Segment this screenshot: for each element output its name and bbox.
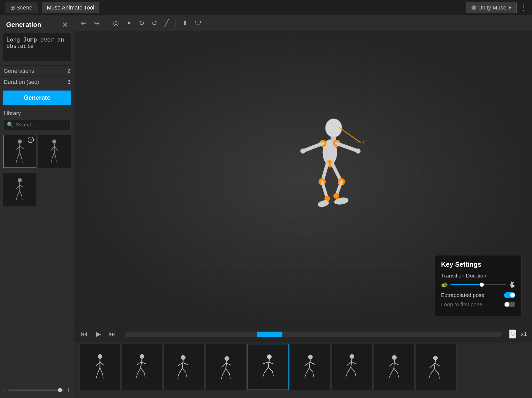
svg-line-124 bbox=[430, 363, 435, 368]
menu-icon[interactable]: ⋮ bbox=[520, 3, 527, 12]
svg-line-83 bbox=[226, 361, 227, 369]
transition-slider-row[interactable]: 🐢 🐇 bbox=[441, 281, 515, 288]
close-button[interactable]: ✕ bbox=[62, 21, 68, 29]
keyframe-2[interactable] bbox=[121, 344, 162, 390]
svg-line-78 bbox=[179, 368, 182, 374]
transition-slider[interactable] bbox=[451, 284, 506, 285]
muse-animate-tab[interactable]: Muse Animate Tool bbox=[42, 2, 99, 13]
svg-point-66 bbox=[140, 354, 144, 359]
svg-line-72 bbox=[136, 373, 138, 378]
loop-button[interactable]: ↻ bbox=[509, 330, 516, 339]
thumbnail-item-1[interactable]: ○ bbox=[3, 135, 36, 168]
svg-point-0 bbox=[18, 140, 22, 144]
svg-point-42 bbox=[300, 148, 305, 154]
panel-title: Generation bbox=[6, 21, 41, 29]
svg-line-87 bbox=[226, 369, 229, 373]
keyframe-4[interactable] bbox=[206, 344, 247, 390]
svg-line-104 bbox=[305, 373, 306, 378]
chevron-down-icon: ▾ bbox=[508, 4, 511, 11]
keyframe-5[interactable] bbox=[248, 344, 289, 390]
zoom-plus-icon[interactable]: + bbox=[67, 386, 70, 394]
loop-toggle-thumb bbox=[505, 302, 509, 307]
target-icon-button[interactable]: ◎ bbox=[111, 18, 120, 29]
svg-line-126 bbox=[430, 369, 434, 374]
loop-to-first-toggle[interactable] bbox=[504, 302, 515, 307]
svg-line-115 bbox=[394, 360, 394, 368]
svg-point-122 bbox=[433, 356, 438, 360]
svg-line-119 bbox=[394, 368, 397, 373]
svg-line-117 bbox=[394, 363, 399, 365]
toolbar-separator-2 bbox=[175, 19, 176, 27]
kf-figure-3 bbox=[175, 353, 193, 381]
character-area: + bbox=[282, 114, 370, 244]
play-button[interactable]: ▶ bbox=[94, 329, 103, 340]
keyframe-6[interactable] bbox=[290, 344, 331, 390]
search-icon: 🔍 bbox=[7, 122, 14, 128]
svg-line-5 bbox=[20, 153, 22, 158]
scene-tab[interactable]: ⊞ Scene bbox=[5, 2, 38, 13]
svg-line-110 bbox=[347, 367, 351, 373]
svg-line-88 bbox=[221, 374, 223, 379]
rotate-button[interactable]: ↻ bbox=[137, 18, 146, 29]
svg-point-106 bbox=[350, 354, 354, 359]
search-input[interactable] bbox=[16, 122, 67, 128]
svg-line-23 bbox=[22, 196, 22, 200]
viewport[interactable]: + bbox=[74, 31, 532, 326]
svg-line-77 bbox=[183, 363, 188, 365]
keyframe-9[interactable] bbox=[416, 344, 457, 390]
svg-line-92 bbox=[263, 362, 269, 364]
svg-line-18 bbox=[16, 185, 20, 189]
generate-button[interactable]: Generate bbox=[3, 91, 71, 105]
zoom-minus-icon[interactable]: - bbox=[4, 387, 5, 393]
unity-muse-label: Unity Muse bbox=[478, 4, 506, 11]
thumbnail-item-2[interactable] bbox=[38, 135, 71, 168]
prompt-textarea[interactable]: Long Jump over an obstacle bbox=[3, 33, 71, 61]
svg-line-15 bbox=[56, 158, 56, 162]
redo-button[interactable]: ↪ bbox=[92, 18, 101, 29]
skip-back-button[interactable]: ⏮ bbox=[79, 329, 89, 340]
svg-line-128 bbox=[429, 374, 430, 379]
search-box[interactable]: 🔍 bbox=[4, 119, 70, 130]
svg-line-125 bbox=[435, 363, 440, 366]
extrapolated-pose-toggle[interactable] bbox=[504, 292, 515, 298]
svg-line-96 bbox=[263, 373, 264, 377]
export-button[interactable]: ⬆ bbox=[181, 18, 189, 29]
keyframe-1[interactable] bbox=[79, 344, 120, 390]
undo-button[interactable]: ↩ bbox=[79, 18, 88, 29]
svg-line-107 bbox=[351, 359, 352, 367]
svg-line-7 bbox=[22, 158, 22, 163]
muse-animate-tab-label: Muse Animate Tool bbox=[47, 4, 94, 11]
svg-line-94 bbox=[264, 367, 268, 373]
svg-line-105 bbox=[313, 372, 314, 377]
slash-button[interactable]: ╱ bbox=[163, 18, 170, 29]
keyframe-8[interactable] bbox=[374, 344, 415, 390]
left-panel: Generation ✕ Long Jump over an obstacle … bbox=[0, 15, 74, 398]
unity-muse-button[interactable]: Unity Muse ▾ bbox=[466, 2, 517, 13]
skip-forward-button[interactable]: ⏭ bbox=[108, 329, 117, 340]
svg-line-60 bbox=[96, 362, 100, 366]
title-bar-right: Unity Muse ▾ ⋮ bbox=[466, 2, 527, 13]
thumbnail-item-3[interactable] bbox=[3, 173, 36, 206]
svg-line-24 bbox=[124, 231, 303, 295]
zoom-slider-thumb bbox=[58, 388, 62, 392]
timeline-scrubber[interactable] bbox=[125, 332, 502, 337]
svg-point-16 bbox=[18, 178, 22, 182]
keyframe-7[interactable] bbox=[332, 344, 373, 390]
svg-point-58 bbox=[98, 354, 102, 359]
svg-line-62 bbox=[97, 368, 100, 374]
timeline-area: ⏮ ▶ ⏭ ↻ x1 bbox=[74, 326, 532, 398]
svg-text:+: + bbox=[361, 138, 365, 145]
shield-button[interactable]: 🛡 bbox=[193, 18, 203, 29]
flip-button[interactable]: ↺ bbox=[150, 18, 159, 29]
zoom-slider[interactable] bbox=[8, 390, 64, 391]
kf-figure-8 bbox=[385, 353, 403, 381]
kf-figure-2 bbox=[133, 353, 151, 381]
library-label: Library bbox=[4, 110, 70, 117]
character-svg: + bbox=[282, 114, 370, 242]
svg-line-14 bbox=[51, 158, 52, 162]
svg-line-120 bbox=[389, 374, 391, 379]
loop-to-first-row: Loop to first pose bbox=[441, 301, 515, 307]
keyframe-3[interactable] bbox=[163, 344, 204, 390]
transform-button[interactable]: ✦ bbox=[125, 18, 133, 29]
main-layout: Generation ✕ Long Jump over an obstacle … bbox=[0, 15, 532, 398]
